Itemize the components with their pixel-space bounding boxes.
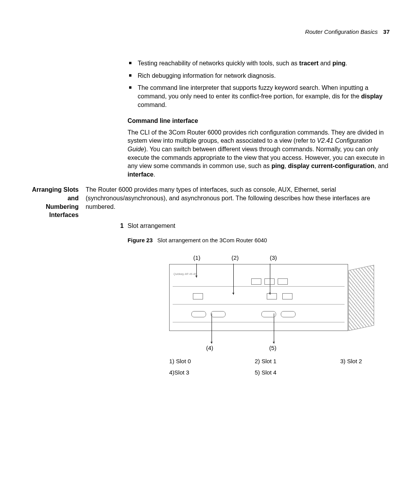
callout-4: (4) [206,344,213,352]
serial-port-icon [191,311,206,317]
slot-legend: 1) Slot 0 2) Slot 1 3) Slot 2 4)Slot 3 5… [169,356,348,378]
legend-item: 1) Slot 0 [169,356,255,367]
callout-5: (5) [269,344,276,352]
port-icon [251,278,261,285]
router-chassis: Quidway AR 46-40 [169,264,348,331]
router-diagram: (1) (2) (3) Quidway AR 46-40 [169,254,348,378]
list-item: Rich debugging information for network d… [128,72,390,80]
feature-list: Testing reachability of networks quickly… [128,59,390,109]
serial-port-icon [261,311,276,317]
list-item: The command line interpreter that suppor… [128,84,390,109]
step-number: 1 [117,222,128,230]
cli-paragraph: The CLI of the 3Com Router 6000 provides… [128,128,390,179]
header-title: Router Configuration Basics [305,28,378,35]
legend-item: 4)Slot 3 [169,367,255,378]
legend-item: 2) Slot 1 [255,356,340,367]
arrow-icon [212,313,212,344]
step-text: Slot arrangement [128,222,175,230]
port-icon [264,278,275,285]
arrow-icon [274,313,274,344]
section-heading: Arranging Slots and Numbering Interfaces [30,186,86,219]
serial-port-icon [211,311,226,317]
port-icon [282,293,292,299]
section-intro: The Router 6000 provides many types of i… [86,186,390,213]
fan-module-icon [348,265,374,331]
callout-1: (1) [193,254,200,262]
page-number: 37 [383,28,390,35]
list-item: Testing reachability of networks quickly… [128,59,390,68]
callout-3: (3) [270,254,277,262]
arrow-icon [196,264,197,278]
port-icon [278,278,288,285]
model-label: Quidway AR 46-40 [173,272,196,276]
serial-port-icon [281,311,296,317]
callout-2: (2) [231,254,238,262]
arrow-icon [233,264,234,295]
port-icon [267,293,277,299]
legend-item: 5) Slot 4 [255,367,340,378]
page-header: Router Configuration Basics 37 [30,28,390,36]
port-icon [193,293,203,299]
cli-heading: Command line interface [128,117,390,125]
figure-caption: Figure 23 Slot arrangement on the 3Com R… [128,237,390,245]
legend-item: 3) Slot 2 [340,356,410,367]
